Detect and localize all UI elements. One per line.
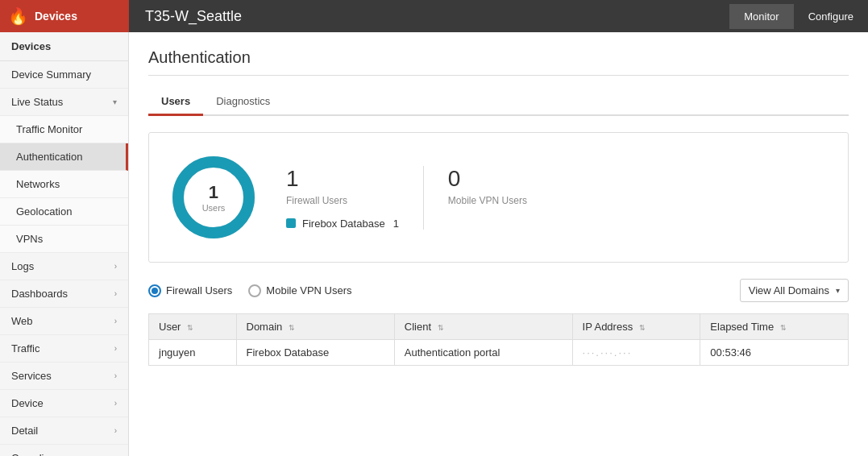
- page-title: Authentication: [148, 48, 849, 76]
- firebox-db-count: 1: [393, 218, 399, 230]
- configure-button[interactable]: Configure: [794, 4, 868, 29]
- sort-icon-ip: ⇅: [639, 324, 646, 332]
- sidebar-item-web[interactable]: Web ›: [0, 308, 128, 335]
- stats-section: 1 Firewall Users Firebox Database 1 0 Mo…: [286, 166, 832, 230]
- sidebar-item-label: Live Status: [11, 96, 63, 108]
- sidebar-item-logs[interactable]: Logs ›: [0, 253, 128, 280]
- chevron-icon: ›: [114, 399, 117, 408]
- col-client: Client ⇅: [394, 314, 572, 340]
- sidebar-item-label: Device: [11, 397, 44, 409]
- sidebar-item-label: Geolocation: [16, 205, 72, 218]
- firebox-db-label: Firebox Database: [302, 218, 385, 230]
- filter-row: Firewall Users Mobile VPN Users View All…: [148, 279, 849, 302]
- chevron-icon: ›: [114, 371, 117, 380]
- topbar-buttons: Monitor Configure: [729, 4, 868, 29]
- table-body: jnguyen Firebox Database Authentication …: [149, 340, 849, 366]
- cell-elapsed: 00:53:46: [700, 340, 849, 366]
- sidebar-item-label: Device Summary: [11, 68, 91, 81]
- donut-label: 1 Users: [202, 182, 226, 213]
- sort-icon-client: ⇅: [438, 324, 444, 332]
- chevron-down-icon: ▾: [836, 286, 840, 295]
- radio-circle-fw: [148, 284, 161, 297]
- sidebar-item-live-status[interactable]: Live Status ▾: [0, 89, 128, 116]
- cell-client: Authentication portal: [394, 340, 572, 366]
- firebox-db-entry: Firebox Database 1: [286, 218, 399, 230]
- sidebar-item-compliance[interactable]: Compliance ›: [0, 445, 128, 456]
- sidebar-item-authentication[interactable]: Authentication: [0, 143, 128, 171]
- sidebar-item-traffic[interactable]: Traffic ›: [0, 335, 128, 363]
- tabs: Users Diagnostics: [148, 89, 849, 116]
- sidebar-item-label: Traffic: [11, 342, 39, 354]
- sidebar-item-dashboards[interactable]: Dashboards ›: [0, 280, 128, 308]
- cell-user: jnguyen: [149, 340, 237, 366]
- users-table: User ⇅ Domain ⇅ Client ⇅ IP Address ⇅: [148, 313, 849, 366]
- sidebar-item-label: Traffic Monitor: [16, 123, 82, 135]
- sidebar-item-label: Logs: [11, 260, 34, 272]
- sidebar: Devices Device Summary Live Status ▾ Tra…: [0, 32, 129, 456]
- sidebar-item-label: Dashboards: [11, 288, 68, 300]
- donut-chart: 1 Users: [165, 149, 262, 246]
- sidebar-item-vpns[interactable]: VPNs: [0, 226, 128, 253]
- sidebar-item-label: Networks: [16, 178, 60, 190]
- firewall-users-count: 1: [286, 166, 399, 192]
- radio-firewall-users[interactable]: Firewall Users: [148, 284, 232, 297]
- sidebar-item-label: Authentication: [16, 151, 82, 163]
- chevron-icon: ›: [114, 289, 117, 298]
- sidebar-item-services[interactable]: Services ›: [0, 363, 128, 390]
- sidebar-item-label: Web: [11, 315, 33, 327]
- sidebar-item-label: Detail: [11, 425, 38, 437]
- sidebar-header-devices: Devices: [0, 32, 128, 61]
- col-elapsed-time: Elapsed Time ⇅: [700, 314, 849, 340]
- brand-area: 🔥 Devices: [0, 0, 129, 32]
- sidebar-item-detail[interactable]: Detail ›: [0, 417, 128, 445]
- sidebar-item-label: Services: [11, 370, 52, 382]
- chevron-icon: ›: [114, 317, 117, 325]
- domain-dropdown-label: View All Domains: [749, 284, 829, 296]
- summary-card: 1 Users 1 Firewall Users Firebox Databas…: [148, 132, 849, 263]
- col-user: User ⇅: [149, 314, 237, 340]
- sidebar-item-geolocation[interactable]: Geolocation: [0, 198, 128, 226]
- firebox-db-dot: [286, 218, 296, 228]
- cell-domain: Firebox Database: [236, 340, 394, 366]
- col-ip-address: IP Address ⇅: [572, 314, 700, 340]
- radio-circle-vpn: [248, 284, 261, 297]
- topbar: 🔥 Devices T35-W_Seattle Monitor Configur…: [0, 0, 868, 32]
- chevron-icon: ›: [114, 344, 117, 353]
- radio-mobile-vpn[interactable]: Mobile VPN Users: [248, 284, 351, 297]
- donut-sublabel: Users: [202, 203, 226, 213]
- col-domain: Domain ⇅: [236, 314, 394, 340]
- chevron-icon: ›: [114, 426, 117, 435]
- sort-icon-domain: ⇅: [289, 324, 295, 332]
- monitor-button[interactable]: Monitor: [729, 4, 793, 29]
- sidebar-item-device[interactable]: Device ›: [0, 390, 128, 417]
- flame-icon: 🔥: [8, 6, 28, 26]
- mobile-vpn-label: Mobile VPN Users: [448, 195, 527, 206]
- radio-group: Firewall Users Mobile VPN Users: [148, 284, 352, 297]
- brand-label: Devices: [35, 10, 77, 23]
- mobile-vpn-count: 0: [448, 166, 527, 192]
- firewall-users-label: Firewall Users: [286, 195, 399, 206]
- firewall-users-block: 1 Firewall Users Firebox Database 1: [286, 166, 423, 230]
- main-content: Authentication Users Diagnostics 1 Users: [129, 32, 868, 456]
- layout: Devices Device Summary Live Status ▾ Tra…: [0, 32, 868, 456]
- mobile-vpn-block: 0 Mobile VPN Users: [423, 166, 551, 230]
- radio-inner-fw: [152, 288, 158, 294]
- device-name: T35-W_Seattle: [129, 8, 729, 25]
- tab-diagnostics[interactable]: Diagnostics: [203, 89, 283, 116]
- domain-dropdown[interactable]: View All Domains ▾: [740, 279, 849, 302]
- cell-ip: ···.···.···: [572, 340, 700, 366]
- sidebar-item-device-summary[interactable]: Device Summary: [0, 61, 128, 89]
- sidebar-item-label: VPNs: [16, 233, 43, 245]
- sort-icon-elapsed: ⇅: [780, 324, 787, 332]
- sidebar-item-traffic-monitor[interactable]: Traffic Monitor: [0, 116, 128, 143]
- table-header-row: User ⇅ Domain ⇅ Client ⇅ IP Address ⇅: [149, 314, 849, 340]
- tab-users[interactable]: Users: [148, 89, 203, 116]
- radio-label-vpn: Mobile VPN Users: [266, 284, 351, 296]
- sidebar-item-networks[interactable]: Networks: [0, 171, 128, 198]
- sidebar-item-label: Compliance: [11, 452, 67, 456]
- chevron-icon: ▾: [113, 97, 117, 106]
- sort-icon-user: ⇅: [187, 324, 193, 332]
- table-row: jnguyen Firebox Database Authentication …: [149, 340, 849, 366]
- chevron-icon: ›: [114, 262, 117, 271]
- radio-label-fw: Firewall Users: [166, 284, 232, 296]
